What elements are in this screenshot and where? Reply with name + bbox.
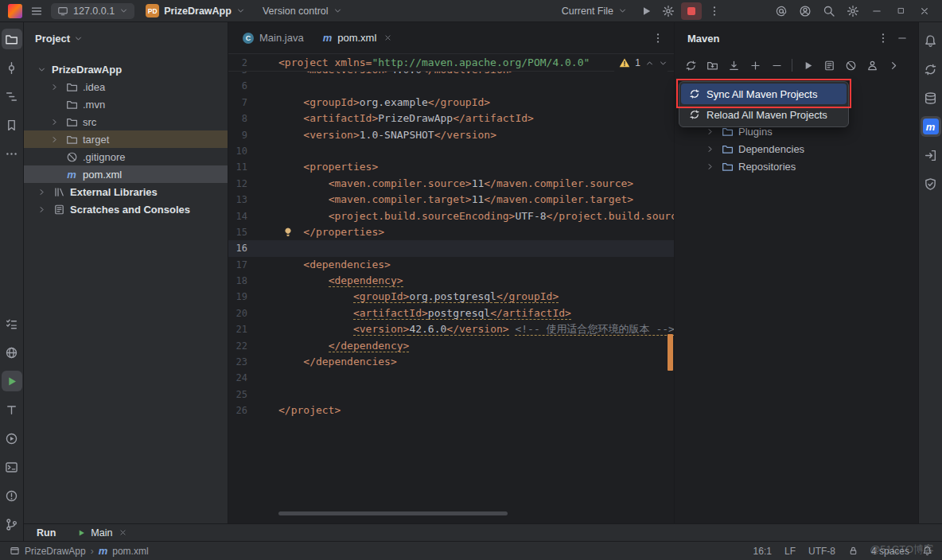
editor-tab-pom-xml[interactable]: mpom.xml xyxy=(313,22,403,53)
dependencies-tool-icon[interactable] xyxy=(921,145,941,165)
editor-line-17[interactable]: 17 <dependencies> xyxy=(228,257,674,273)
horizontal-scrollbar[interactable] xyxy=(278,511,508,515)
line-number[interactable]: 25 xyxy=(228,387,247,402)
line-number[interactable]: 13 xyxy=(228,192,247,208)
close-tab-icon[interactable] xyxy=(119,528,127,537)
todo-tool-icon[interactable] xyxy=(2,313,22,334)
line-number[interactable]: 14 xyxy=(228,208,247,224)
project-tree-item-idea[interactable]: .idea xyxy=(24,78,228,95)
more-tools-icon[interactable] xyxy=(2,143,22,164)
editor-line-7[interactable]: 7 <groupId>org.example</groupId> xyxy=(228,95,674,111)
editor-line-24[interactable]: 24 xyxy=(228,370,674,386)
editor-line-9[interactable]: 9 <version>1.0-SNAPSHOT</version> xyxy=(228,127,674,143)
chevron-right-icon[interactable] xyxy=(48,83,60,91)
line-number[interactable]: 26 xyxy=(228,402,247,418)
inspections-widget[interactable]: 1 xyxy=(614,54,668,72)
download-sources-icon[interactable] xyxy=(724,56,743,74)
editor-tab-main-java[interactable]: CMain.java xyxy=(233,22,313,53)
file-encoding[interactable]: UTF-8 xyxy=(808,546,835,557)
endpoints-tool-icon[interactable] xyxy=(2,342,22,363)
services-tool-icon[interactable] xyxy=(2,428,22,449)
editor-line-14[interactable]: 14 <project.build.sourceEncoding>UTF-8</… xyxy=(228,208,674,224)
editor-line-18[interactable]: 18 <dependency> xyxy=(228,273,674,289)
line-number[interactable]: 12 xyxy=(228,176,247,192)
problems-tool-icon[interactable] xyxy=(2,485,22,506)
run-maven-build-icon[interactable] xyxy=(798,56,817,74)
line-number[interactable]: 18 xyxy=(228,273,247,289)
maven-profiles-icon[interactable] xyxy=(862,56,882,74)
line-number[interactable]: 11 xyxy=(228,159,247,175)
line-number[interactable]: 20 xyxy=(228,305,247,321)
project-tree-item-external-libraries[interactable]: External Libraries xyxy=(24,183,228,200)
search-everywhere-icon[interactable] xyxy=(819,2,839,21)
editor-line-22[interactable]: 22 </dependency> xyxy=(228,338,674,354)
project-tree-item-src[interactable]: src xyxy=(24,113,228,130)
host-widget[interactable]: 127.0.0.1 xyxy=(51,3,134,19)
line-number[interactable]: 22 xyxy=(228,338,247,354)
account-icon[interactable] xyxy=(796,2,815,21)
line-number[interactable]: 24 xyxy=(228,370,247,386)
project-tree-item-scratches-and-consoles[interactable]: Scratches and Consoles xyxy=(24,200,228,218)
notifications-status-icon[interactable] xyxy=(922,546,932,556)
line-separator[interactable]: LF xyxy=(784,546,796,557)
project-widget[interactable]: PD PrizeDrawApp xyxy=(139,2,251,20)
caret-position[interactable]: 16:1 xyxy=(753,546,772,557)
line-number[interactable]: 7 xyxy=(228,95,247,111)
database-tool-icon[interactable] xyxy=(921,88,941,108)
line-number[interactable]: 9 xyxy=(228,127,247,143)
sync-status-icon[interactable] xyxy=(921,59,941,80)
project-tree-item-pom-xml[interactable]: mpom.xml xyxy=(24,165,228,183)
chevron-right-icon[interactable] xyxy=(48,118,60,126)
window-close-icon[interactable] xyxy=(915,2,934,21)
chevron-right-icon[interactable] xyxy=(703,127,716,136)
editor-line-20[interactable]: 20 <artifactId>postgresql</artifactId> xyxy=(228,305,674,321)
execute-goal-icon[interactable] xyxy=(819,56,839,74)
find-tool-icon[interactable] xyxy=(2,399,22,420)
project-panel-header[interactable]: Project xyxy=(24,22,228,54)
editor-line-12[interactable]: 12 <maven.compiler.source>11</maven.comp… xyxy=(228,176,674,192)
run-config-widget[interactable]: Current File xyxy=(555,3,633,19)
security-tool-icon[interactable] xyxy=(921,173,941,194)
window-minimize-icon[interactable] xyxy=(867,2,886,21)
chevron-right-icon[interactable] xyxy=(703,162,716,171)
editor-line-26[interactable]: 26</project> xyxy=(228,402,674,418)
breadcrumb-project[interactable]: PrizeDrawApp xyxy=(25,546,86,557)
project-tree-item-target[interactable]: target xyxy=(24,130,228,148)
app-logo-icon[interactable] xyxy=(8,4,22,18)
lock-icon[interactable] xyxy=(848,546,858,556)
line-number[interactable]: 8 xyxy=(228,111,247,126)
project-tree-item-prizedrawapp[interactable]: PrizeDrawApp xyxy=(24,60,228,78)
commit-tool-icon[interactable] xyxy=(2,57,22,78)
generate-sources-icon[interactable] xyxy=(703,56,722,74)
editor-line-16[interactable]: 16 xyxy=(228,240,674,256)
line-number[interactable]: 6 xyxy=(228,78,247,94)
remove-configuration-icon[interactable] xyxy=(767,56,786,74)
editor-line-19[interactable]: 19 <groupId>org.postgresql</groupId> xyxy=(228,289,674,305)
tab-options-icon[interactable] xyxy=(648,29,668,48)
line-number[interactable]: 19 xyxy=(228,289,247,305)
git-tool-icon[interactable] xyxy=(2,514,22,535)
chevron-right-icon[interactable] xyxy=(35,205,48,214)
hide-panel-icon[interactable] xyxy=(893,29,912,48)
editor-line-23[interactable]: 23 </dependencies> xyxy=(228,354,674,370)
editor-line-10[interactable]: 10 xyxy=(228,143,674,159)
sync-maven-icon[interactable] xyxy=(681,56,700,74)
indent-size[interactable]: 4 spaces xyxy=(871,546,909,557)
project-tree-item-gitignore[interactable]: .gitignore xyxy=(24,148,228,165)
editor-line-11[interactable]: 11 <properties> xyxy=(228,159,674,175)
project-tree-item-mvn[interactable]: .mvn xyxy=(24,95,228,113)
chevron-down-icon[interactable] xyxy=(35,65,48,74)
run-button[interactable] xyxy=(636,2,656,21)
terminal-tool-icon[interactable] xyxy=(2,457,22,477)
mentions-icon[interactable] xyxy=(772,2,791,21)
editor-line-21[interactable]: 21 <version>42.6.0</version> <!-- 使用适合您环… xyxy=(228,321,674,337)
project-tool-icon[interactable] xyxy=(2,29,22,49)
maven-tree-item-dependencies[interactable]: Dependencies xyxy=(675,140,918,158)
close-tab-icon[interactable] xyxy=(383,33,392,42)
editor-line-6[interactable]: 6 xyxy=(228,78,674,94)
maven-tool-icon[interactable]: m xyxy=(921,116,941,137)
line-number[interactable]: 15 xyxy=(228,224,247,240)
intention-bulb-icon[interactable] xyxy=(282,227,294,238)
run-tab-main[interactable]: Main xyxy=(76,527,127,539)
skip-tests-icon[interactable] xyxy=(841,56,860,74)
